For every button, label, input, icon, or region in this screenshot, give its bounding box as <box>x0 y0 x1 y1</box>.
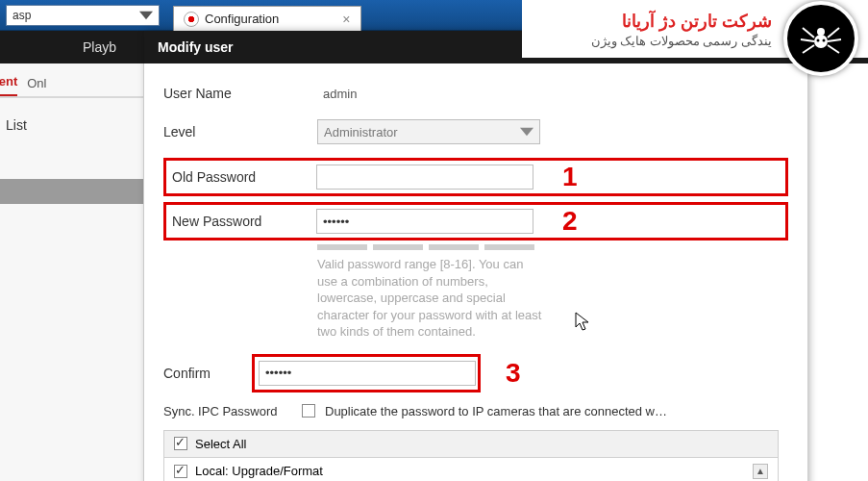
confirm-label: Confirm <box>163 366 252 381</box>
spider-icon <box>797 14 845 63</box>
old-password-label: Old Password <box>172 169 316 185</box>
tab-online[interactable]: Onl <box>17 76 46 96</box>
tab-title: Configuration <box>205 12 279 26</box>
annotation-1: 1 <box>562 162 578 192</box>
svg-point-2 <box>817 39 820 42</box>
browser-tab[interactable]: Configuration × <box>173 6 361 33</box>
username-field <box>317 81 540 106</box>
new-password-label: New Password <box>172 214 316 229</box>
brand-overlay: شرکت تارتن دژ آریانا یندگی رسمی محصولات … <box>522 0 868 58</box>
confirm-password-field[interactable] <box>259 361 476 386</box>
sync-ipc-row: Sync. IPC Password Duplicate the passwor… <box>163 404 788 418</box>
scroll-up-button[interactable]: ▲ <box>753 464 768 479</box>
modify-user-dialog: Modify user User Name Level Administrato… <box>144 31 807 481</box>
nav-playback[interactable]: Playb <box>83 39 116 55</box>
permissions-box: Select All Local: Upgrade/Format ▲ <box>163 430 779 481</box>
list-heading: List <box>6 117 143 133</box>
sync-label: Sync. IPC Password <box>163 404 292 418</box>
select-all-checkbox[interactable] <box>174 437 187 450</box>
address-bar[interactable]: asp <box>6 5 160 26</box>
permission-checkbox[interactable] <box>174 465 187 478</box>
level-label: Level <box>163 124 317 139</box>
level-select[interactable]: Administrator <box>317 119 540 144</box>
mouse-cursor-icon <box>575 312 592 333</box>
username-label: User Name <box>163 86 317 101</box>
favicon-icon <box>184 12 199 27</box>
left-sidebar: gement Onl List <box>0 63 144 481</box>
brand-subtitle: یندگی رسمی محصولات هایک ویژن <box>591 34 772 48</box>
svg-point-3 <box>823 39 826 42</box>
sync-description: Duplicate the password to IP cameras tha… <box>325 404 667 418</box>
chevron-down-icon <box>520 125 533 139</box>
annotation-2: 2 <box>562 206 578 237</box>
new-password-row: New Password 2 <box>163 202 788 240</box>
select-all-label: Select All <box>195 437 246 451</box>
svg-point-0 <box>814 35 828 48</box>
address-text: asp <box>12 6 31 25</box>
annotation-3: 3 <box>506 358 521 389</box>
old-password-field[interactable] <box>316 165 533 190</box>
password-strength-meter <box>317 244 788 250</box>
permission-label: Local: Upgrade/Format <box>195 464 323 478</box>
new-password-field[interactable] <box>316 209 533 234</box>
permission-item[interactable]: Local: Upgrade/Format ▲ <box>164 458 778 481</box>
sync-checkbox[interactable] <box>302 404 315 418</box>
select-all-row[interactable]: Select All <box>164 431 778 458</box>
dropdown-icon[interactable] <box>139 9 153 22</box>
confirm-password-row: Confirm 3 <box>163 354 788 392</box>
old-password-row: Old Password 1 <box>163 158 788 196</box>
brand-title: شرکت تارتن دژ آریانا <box>591 11 772 32</box>
level-value: Administrator <box>324 125 398 139</box>
password-hint: Valid password range [8-16]. You can use… <box>317 256 546 341</box>
brand-logo <box>783 1 858 76</box>
svg-point-1 <box>817 28 825 36</box>
close-icon[interactable]: × <box>342 12 350 27</box>
tab-management[interactable]: gement <box>0 74 17 96</box>
list-item[interactable] <box>0 179 143 204</box>
